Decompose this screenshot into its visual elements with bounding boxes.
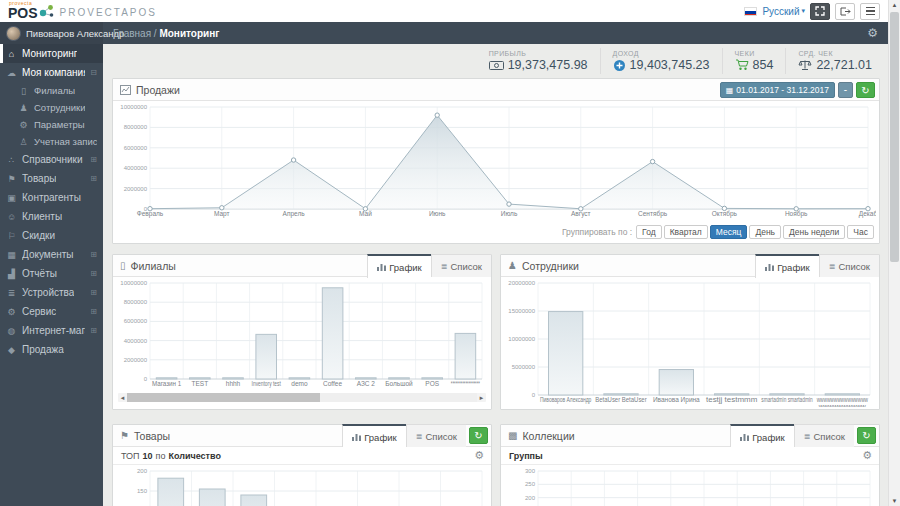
svg-text:10000000: 10000000 xyxy=(508,336,535,342)
scroll-left-icon[interactable]: ◄ xyxy=(118,395,127,401)
branches-hscrollbar[interactable]: ◄ ► xyxy=(118,393,486,402)
svg-text:10000000: 10000000 xyxy=(120,280,147,286)
collapse-range-button[interactable]: - xyxy=(838,82,853,98)
user-name: Пивоваров Александр xyxy=(26,28,124,39)
products-panel: ⚑ Товары График ≣ Список ↻ ТОП 10 по Кол… xyxy=(112,424,492,506)
refresh-button[interactable]: ↻ xyxy=(856,82,875,98)
products-refresh-button[interactable]: ↻ xyxy=(469,427,488,444)
sidebar-item-label: Контрагенты xyxy=(22,192,81,203)
sidebar-item-online-store[interactable]: ◍Интернет-магазин⊞ xyxy=(0,321,103,340)
home-icon: ⌂ xyxy=(6,49,17,59)
groupby-button-0[interactable]: Год xyxy=(636,225,662,239)
sidebar-item-parameters[interactable]: ⚙Параметры xyxy=(0,116,103,133)
breadcrumb-home-link[interactable]: Главная xyxy=(113,28,151,39)
user-block[interactable]: Пивоваров Александр xyxy=(0,22,103,44)
products-tab-list[interactable]: ≣ Список xyxy=(406,424,466,447)
sidebar-item-counterparties[interactable]: ▣Контрагенты xyxy=(0,188,103,207)
branches-panel-title: Филиалы xyxy=(131,260,176,272)
sidebar-item-documents[interactable]: ▦Документы⊞ xyxy=(0,245,103,264)
groupby-button-4[interactable]: День недели xyxy=(783,225,845,239)
svg-text:Октябрь: Октябрь xyxy=(712,210,738,218)
sidebar-item-references[interactable]: ∴Справочники⊞ xyxy=(0,150,103,169)
sidebar-item-account[interactable]: ♙Учетная запись xyxy=(0,133,103,150)
svg-text:150: 150 xyxy=(137,488,148,494)
hscroll-thumb[interactable] xyxy=(127,393,320,402)
sidebar-item-discounts[interactable]: ⚐Скидки xyxy=(0,226,103,245)
groupby-button-5[interactable]: Час xyxy=(847,225,874,239)
collections-panel-title: Коллекции xyxy=(522,430,574,442)
sidebar-item-sale[interactable]: ◆Продажа xyxy=(0,340,103,359)
scroll-right-icon[interactable]: ► xyxy=(477,395,486,401)
sidebar-item-monitoring[interactable]: ⌂Мониторинг xyxy=(0,44,103,63)
svg-text:hhhh: hhhh xyxy=(226,380,241,387)
stat-avg-receipt-value: 22,721.01 xyxy=(816,58,872,72)
collections-tab-list[interactable]: ≣ Список xyxy=(794,424,854,447)
vscroll-thumb[interactable] xyxy=(890,12,899,262)
groupby-button-2[interactable]: Месяц xyxy=(710,225,748,239)
expand-square-icon[interactable]: ⊞ xyxy=(90,174,97,183)
language-selector[interactable]: Русский ▾ xyxy=(762,6,805,17)
expand-square-icon[interactable]: ⊞ xyxy=(90,250,97,259)
fullscreen-button[interactable] xyxy=(810,3,830,20)
sales-panel-title: Продажи xyxy=(136,84,180,96)
collections-tab-chart[interactable]: График xyxy=(730,424,793,448)
logout-icon xyxy=(840,7,851,16)
date-range-button[interactable]: ▦ 01.01.2017 - 31.12.2017 xyxy=(720,82,835,98)
scroll-down-icon[interactable]: ▼ xyxy=(889,498,900,504)
sidebar-item-goods[interactable]: ⚑Товары⊞ xyxy=(0,169,103,188)
employees-tab-list[interactable]: ≣ Список xyxy=(819,254,879,277)
logo[interactable]: provecta POS PROVECTAPOS xyxy=(8,1,157,21)
breadcrumb: Главная / Мониторинг xyxy=(113,28,219,39)
expand-square-icon[interactable]: ⊞ xyxy=(90,269,97,278)
branches-chart: 0200000040000006000000800000010000000Маг… xyxy=(116,279,490,391)
sidebar-item-branches[interactable]: ▯Филиалы xyxy=(0,82,103,99)
collections-gear-icon[interactable]: ⚙ xyxy=(862,449,872,462)
branches-tab-chart[interactable]: График xyxy=(367,254,430,278)
avatar xyxy=(6,26,21,41)
stat-avg-receipt: СРД. ЧЕК 22,721.01 xyxy=(785,48,884,74)
collapse-square-icon[interactable]: ⊟ xyxy=(90,68,97,77)
svg-text:Май: Май xyxy=(359,210,372,217)
sidebar-item-my-company[interactable]: ☁Моя компания⊟ xyxy=(0,63,103,82)
page-scrollbar[interactable]: ▲ ▼ xyxy=(888,0,900,506)
expand-square-icon[interactable]: ⊞ xyxy=(90,307,97,316)
stat-income-label: ДОХОД xyxy=(613,50,710,57)
menu-toggle-button[interactable] xyxy=(860,3,880,20)
logout-button[interactable] xyxy=(835,3,855,20)
expand-square-icon[interactable]: ⊞ xyxy=(90,326,97,335)
products-tab-chart[interactable]: График xyxy=(342,424,405,448)
sidebar-item-reports[interactable]: ▟Отчёты⊞ xyxy=(0,264,103,283)
expand-square-icon[interactable]: ⊞ xyxy=(90,288,97,297)
svg-text:Июль: Июль xyxy=(501,210,518,217)
cloud-icon: ☁ xyxy=(6,68,17,78)
groupby-button-1[interactable]: Квартал xyxy=(664,225,708,239)
collections-icon: ▩ xyxy=(508,430,517,441)
stat-income: ДОХОД 19,403,745.23 xyxy=(600,48,722,74)
employees-tab-chart[interactable]: График xyxy=(755,254,818,278)
bar-chart-icon xyxy=(765,263,774,271)
hscroll-track[interactable] xyxy=(127,393,477,402)
products-gear-icon[interactable]: ⚙ xyxy=(474,449,484,462)
sidebar-item-employees[interactable]: ♟Сотрудники xyxy=(0,99,103,116)
russian-flag-icon xyxy=(744,7,757,16)
products-panel-title: Товары xyxy=(134,430,170,442)
scales-icon xyxy=(798,59,812,71)
employees-panel-title: Сотрудники xyxy=(522,260,579,272)
stat-receipts-value: 854 xyxy=(753,58,774,72)
groupby-row: Группировать по : ГодКварталМесяцДеньДен… xyxy=(562,225,874,239)
sidebar-item-clients[interactable]: ☺Клиенты xyxy=(0,207,103,226)
sidebar-item-service[interactable]: ⚙Сервис⊞ xyxy=(0,302,103,321)
svg-text:Магазин 1: Магазин 1 xyxy=(152,380,182,387)
svg-text:Пивоваров Александр: Пивоваров Александр xyxy=(540,396,592,404)
sidebar-item-devices[interactable]: ≣Устройства⊞ xyxy=(0,283,103,302)
settings-gear-icon[interactable]: ⚙ xyxy=(867,26,878,40)
sidebar-item-label: Параметры xyxy=(34,119,85,130)
expand-square-icon[interactable]: ⊞ xyxy=(90,155,97,164)
sidebar-item-label: Филиалы xyxy=(34,85,75,96)
groupby-button-3[interactable]: День xyxy=(749,225,781,239)
devices-icon: ≣ xyxy=(6,288,17,298)
scroll-up-icon[interactable]: ▲ xyxy=(889,2,900,8)
branches-tab-list[interactable]: ≣ Список xyxy=(431,254,491,277)
collections-refresh-button[interactable]: ↻ xyxy=(857,427,876,444)
tags-icon: ⚑ xyxy=(120,430,129,441)
